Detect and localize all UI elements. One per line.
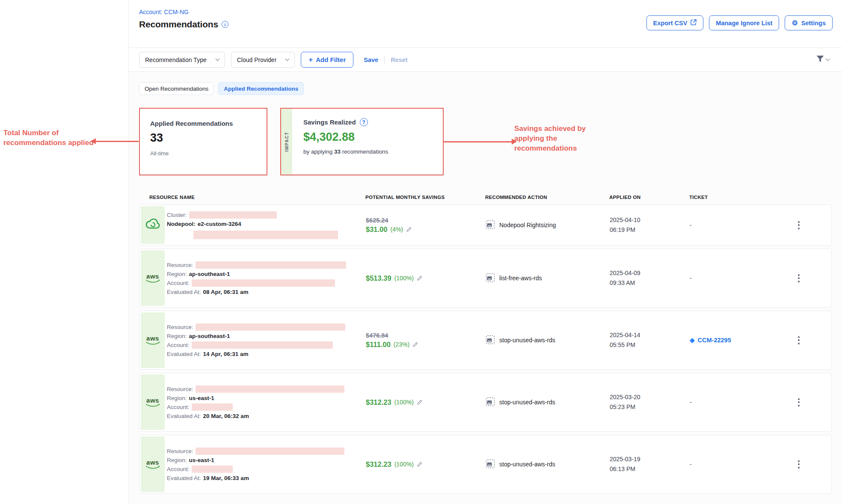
table-row[interactable]: aws Resource: Region:ap-southeast-1 Acco… bbox=[139, 249, 832, 308]
ticket-cell: - bbox=[685, 461, 766, 468]
manage-ignore-list-button[interactable]: Manage Ignore List bbox=[709, 15, 779, 30]
savings-realized-card: IMPACT Savings Realized ? $4,302.88 by a… bbox=[281, 109, 443, 175]
aws-provider-badge: aws bbox=[141, 250, 165, 306]
applied-on-cell: 2025-03-2005:23 PM bbox=[610, 392, 685, 412]
action-cell: stop-unused-aws-rds bbox=[486, 335, 610, 346]
settings-button[interactable]: ⚙ Settings bbox=[785, 15, 833, 30]
page-title: Recommendations bbox=[139, 19, 218, 30]
save-filter-link[interactable]: Save bbox=[364, 56, 378, 63]
recommendation-action-icon bbox=[486, 273, 495, 284]
add-filter-button[interactable]: + Add Filter bbox=[301, 52, 353, 68]
settings-label: Settings bbox=[801, 20, 826, 27]
annotation-arrowhead-left bbox=[91, 138, 96, 144]
impact-strip: IMPACT bbox=[281, 109, 292, 175]
add-filter-label: Add Filter bbox=[316, 56, 346, 63]
annotation-arrow-right bbox=[443, 141, 512, 142]
action-cell: stop-unused-aws-rds bbox=[486, 459, 610, 470]
chevron-down-icon bbox=[215, 57, 219, 61]
savings-percent: (100%) bbox=[394, 461, 414, 468]
aws-logo-icon: aws bbox=[145, 273, 160, 283]
jira-icon: ◆ bbox=[690, 336, 695, 344]
reset-filter-link[interactable]: Reset bbox=[391, 56, 408, 63]
annotation-arrowhead-right bbox=[512, 139, 517, 145]
savings-percent: (100%) bbox=[394, 275, 414, 282]
edit-savings-icon[interactable] bbox=[417, 399, 423, 405]
redacted-text bbox=[192, 279, 335, 287]
edit-savings-icon[interactable] bbox=[412, 341, 418, 347]
ticket-link[interactable]: ◆ CCM-22295 bbox=[690, 336, 766, 344]
savings-cell: $476.84 $111.00 (23%) bbox=[366, 332, 486, 349]
row-menu-button[interactable] bbox=[795, 396, 802, 409]
savings-card-title: Savings Realized bbox=[303, 119, 356, 126]
action-label: stop-unused-aws-rds bbox=[499, 399, 555, 406]
impact-label: IMPACT bbox=[285, 132, 289, 152]
export-csv-button[interactable]: Export CSV bbox=[646, 15, 704, 30]
chevron-down-icon bbox=[826, 57, 830, 61]
info-icon[interactable]: i bbox=[222, 21, 228, 28]
table-row[interactable]: aws Resource: Region:us-east-1 Account: … bbox=[139, 435, 832, 494]
aws-provider-badge: aws bbox=[141, 436, 165, 492]
col-recommended-action: RECOMMENDED ACTION bbox=[485, 195, 609, 200]
action-label: stop-unused-aws-rds bbox=[499, 337, 555, 344]
page-header: Account: CCM-NG Recommendations i Export… bbox=[129, 0, 842, 48]
aws-logo-icon: aws bbox=[145, 335, 160, 345]
annotation-total-applied: Total Number of recommendations applied bbox=[3, 128, 104, 148]
redacted-text bbox=[192, 465, 233, 473]
gcp-provider-badge bbox=[141, 206, 165, 244]
savings-cell: $312.23 (100%) bbox=[366, 460, 486, 468]
ticket-cell: ◆ CCM-22295 bbox=[685, 336, 766, 344]
resource-info: Resource: Region:us-east-1 Account: Eval… bbox=[167, 448, 366, 481]
saved-filters-button[interactable] bbox=[816, 55, 829, 65]
col-resource-name: RESOURCE NAME bbox=[139, 195, 365, 200]
savings-value: $31.00 bbox=[366, 225, 387, 234]
aws-provider-badge: aws bbox=[141, 374, 165, 430]
aws-logo-icon: aws bbox=[145, 397, 160, 407]
ticket-cell: - bbox=[685, 275, 766, 282]
recommendation-action-icon bbox=[486, 397, 495, 408]
recommendation-action-icon bbox=[486, 220, 495, 231]
applied-recommendations-card: Applied Recommendations 33 All-time bbox=[140, 109, 267, 175]
redacted-text bbox=[196, 448, 344, 455]
divider bbox=[384, 56, 385, 64]
resource-info: Resource: Region:ap-southeast-1 Account:… bbox=[167, 323, 366, 357]
tab-open-recommendations[interactable]: Open Recommendations bbox=[139, 82, 214, 95]
table-row[interactable]: aws Resource: Region:ap-southeast-1 Acco… bbox=[139, 311, 832, 370]
edit-savings-icon[interactable] bbox=[406, 226, 412, 232]
recommendations-tabs: Open Recommendations Applied Recommendat… bbox=[139, 82, 832, 95]
main-panel: Account: CCM-NG Recommendations i Export… bbox=[128, 0, 842, 504]
annotation-frame-applied: Applied Recommendations 33 All-time bbox=[139, 108, 267, 175]
row-menu-button[interactable] bbox=[795, 334, 802, 347]
row-menu-button[interactable] bbox=[795, 458, 802, 471]
aws-logo-icon: aws bbox=[145, 459, 160, 469]
aws-provider-badge: aws bbox=[141, 312, 165, 368]
ticket-cell: - bbox=[685, 399, 766, 406]
recommendations-table: RESOURCE NAME POTENTIAL MONTHLY SAVINGS … bbox=[139, 190, 832, 494]
gear-icon: ⚙ bbox=[792, 19, 798, 27]
gcp-cloud-icon bbox=[145, 219, 160, 231]
applied-on-cell: 2025-03-1906:13 PM bbox=[610, 454, 685, 474]
original-savings: $476.84 bbox=[366, 332, 486, 339]
redacted-text bbox=[196, 261, 346, 269]
savings-card-subtitle: by applying 33 recommendations bbox=[303, 148, 443, 155]
annotation-savings-achieved: Savings achieved by applying the recomme… bbox=[514, 124, 605, 154]
row-menu-button[interactable] bbox=[795, 272, 802, 285]
recommendation-type-dropdown[interactable]: Recommendation Type bbox=[139, 52, 225, 68]
edit-savings-icon[interactable] bbox=[417, 275, 423, 281]
row-menu-button[interactable] bbox=[795, 219, 802, 232]
edit-savings-icon[interactable] bbox=[417, 461, 423, 467]
table-row[interactable]: aws Resource: Region:us-east-1 Account: … bbox=[139, 373, 832, 432]
recommendation-type-label: Recommendation Type bbox=[145, 56, 207, 63]
table-header: RESOURCE NAME POTENTIAL MONTHLY SAVINGS … bbox=[139, 190, 832, 205]
savings-percent: (23%) bbox=[394, 341, 409, 348]
action-label: stop-unused-aws-rds bbox=[499, 461, 555, 468]
account-breadcrumb[interactable]: Account: CCM-NG bbox=[139, 9, 832, 15]
savings-value: $111.00 bbox=[366, 341, 391, 349]
tab-applied-recommendations[interactable]: Applied Recommendations bbox=[218, 82, 304, 95]
question-icon[interactable]: ? bbox=[360, 118, 368, 126]
col-potential-savings: POTENTIAL MONTHLY SAVINGS bbox=[365, 195, 485, 200]
cloud-provider-dropdown[interactable]: Cloud Provider bbox=[231, 52, 295, 68]
export-csv-label: Export CSV bbox=[653, 20, 688, 27]
redacted-text bbox=[193, 231, 338, 239]
savings-cell: $513.39 (100%) bbox=[366, 274, 486, 282]
table-row[interactable]: Cluster: Nodepool:e2-custom-3264 $625.24… bbox=[139, 205, 832, 246]
